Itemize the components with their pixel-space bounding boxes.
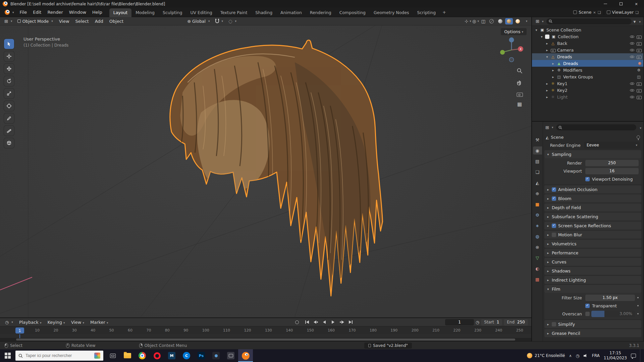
shading-solid-button[interactable] (496, 18, 504, 24)
transform-tool[interactable] (4, 101, 14, 111)
add-workspace-button[interactable]: + (440, 8, 449, 16)
hide-viewport-icon[interactable] (630, 41, 634, 46)
expand-icon[interactable] (545, 95, 549, 99)
properties-tab[interactable]: ⊕ (533, 189, 542, 197)
filter-size-field[interactable]: 1.50 px (585, 295, 635, 301)
toggle-perspective-icon[interactable] (517, 101, 522, 107)
search-highlight-icon[interactable] (94, 353, 100, 359)
collection-checkbox[interactable] (545, 35, 549, 39)
navigation-gizmo[interactable]: X (497, 36, 526, 64)
expand-icon[interactable] (545, 88, 549, 92)
hide-viewport-icon[interactable] (630, 48, 634, 52)
outliner-row-scene-collection[interactable]: Scene Collection (532, 26, 643, 33)
current-frame-field[interactable]: 1 (445, 319, 474, 325)
render-engine-dropdown[interactable]: Eevee (584, 142, 640, 148)
outliner-row-camera[interactable]: Camera (532, 47, 643, 53)
properties-search-input[interactable] (564, 125, 634, 130)
sampling-render-field[interactable]: 250 (585, 160, 639, 166)
timeline-menu-item[interactable]: Keying (44, 319, 68, 326)
timeline-menu-item[interactable]: Marker (87, 319, 111, 326)
scale-tool[interactable] (4, 88, 14, 99)
menu-item[interactable]: Window (66, 9, 89, 16)
move-tool[interactable] (4, 64, 14, 74)
expand-icon[interactable] (545, 55, 549, 59)
zoom-icon[interactable] (517, 68, 523, 75)
start-frame-field[interactable]: Start1 (481, 319, 502, 325)
expand-icon[interactable] (545, 48, 549, 52)
workspace-tab[interactable]: Texture Paint (216, 8, 252, 17)
workspace-tab[interactable]: Geometry Nodes (370, 8, 413, 17)
xray-toggle-button[interactable]: ◫ (480, 18, 487, 24)
panel-ambient-occlusion[interactable]: Ambient Occlusion (544, 185, 641, 193)
panel-grease-pencil[interactable]: Grease Pencil (544, 329, 641, 337)
workspace-tab[interactable]: Modeling (131, 8, 159, 17)
outliner-row-key2[interactable]: Key2 (532, 87, 643, 94)
mail-app-button[interactable]: M (164, 349, 179, 362)
menu-item[interactable]: Render (44, 9, 66, 16)
outliner-row-key1[interactable]: Key1 (532, 80, 643, 87)
disable-render-icon[interactable] (637, 81, 641, 86)
play-reverse-button[interactable] (320, 319, 328, 325)
minimize-button[interactable] (598, 0, 613, 8)
properties-tab[interactable]: ▤ (533, 157, 542, 165)
motion-blur-checkbox[interactable] (552, 233, 556, 237)
properties-tab[interactable]: ❏ (533, 168, 542, 176)
outliner-row-collection[interactable]: Collection (532, 33, 643, 40)
annotate-tool[interactable] (4, 113, 14, 123)
viewport-denoising-checkbox[interactable] (585, 177, 590, 181)
measure-tool[interactable] (4, 126, 14, 136)
camera-view-icon[interactable] (517, 91, 523, 97)
maximize-button[interactable] (613, 0, 629, 8)
chrome-button[interactable] (135, 349, 150, 362)
disable-render-icon[interactable] (637, 35, 641, 39)
snapping-dropdown[interactable] (213, 18, 226, 24)
outliner-search-input[interactable] (554, 19, 629, 24)
options-button[interactable]: Options (501, 28, 527, 35)
weather-widget[interactable]: 21°C Ensoleillé (527, 353, 565, 358)
outliner-row-back[interactable]: Back (532, 40, 643, 47)
simplify-checkbox[interactable] (552, 322, 556, 326)
properties-options-dropdown[interactable] (638, 125, 641, 130)
workspace-tab[interactable]: Scripting (413, 8, 440, 17)
shading-wireframe-button[interactable] (488, 18, 495, 24)
blender-taskbar-button[interactable] (238, 349, 253, 362)
menu-item[interactable]: Help (89, 9, 105, 16)
disable-render-icon[interactable] (637, 48, 641, 52)
new-scene-icon[interactable] (598, 10, 601, 15)
outliner-search[interactable] (546, 18, 631, 24)
proportional-editing-dropdown[interactable] (226, 18, 239, 24)
rotate-tool[interactable] (4, 76, 14, 86)
next-keyframe-button[interactable] (338, 319, 346, 325)
shading-rendered-button[interactable] (514, 18, 522, 24)
file-explorer-button[interactable] (120, 349, 135, 362)
animate-dot[interactable] (637, 305, 639, 306)
workspace-tab[interactable]: Sculpting (159, 8, 186, 17)
cursor-tool[interactable] (4, 51, 14, 61)
transparent-checkbox[interactable] (585, 304, 590, 308)
workspace-tab[interactable]: Layout (109, 8, 132, 17)
properties-tab[interactable]: ◍ (533, 232, 542, 240)
bloom-checkbox[interactable] (552, 196, 556, 201)
expand-icon[interactable] (545, 42, 549, 45)
disable-render-icon[interactable] (637, 88, 641, 93)
properties-tab[interactable]: ⊗ (533, 243, 542, 251)
panel-screen-space-reflections[interactable]: Screen Space Reflections (544, 222, 641, 230)
timeline-menu-item[interactable]: View (68, 319, 87, 326)
chat-app-button[interactable]: C (179, 349, 194, 362)
add-cube-tool[interactable] (4, 138, 14, 148)
viewport-menu-item[interactable]: Object (106, 18, 126, 25)
media-app-button[interactable] (209, 349, 223, 362)
ambient-occlusion-checkbox[interactable] (552, 187, 556, 192)
show-desktop-button[interactable] (640, 349, 641, 362)
unlink-icon[interactable] (593, 10, 596, 15)
tray-clock-icon[interactable] (576, 353, 580, 358)
overscan-slider[interactable]: 3.00% (591, 311, 635, 317)
animate-dot[interactable] (637, 297, 639, 298)
pan-hand-icon[interactable] (517, 80, 523, 87)
outliner-row-dreads[interactable]: Dreads (532, 53, 643, 60)
panel-film[interactable]: Film (544, 285, 641, 293)
panel-subsurface-scattering[interactable]: Subsurface Scattering (544, 213, 641, 221)
filter-dropdown[interactable] (638, 19, 641, 24)
properties-tab[interactable]: ◐ (533, 264, 542, 273)
ssr-checkbox[interactable] (552, 224, 556, 228)
